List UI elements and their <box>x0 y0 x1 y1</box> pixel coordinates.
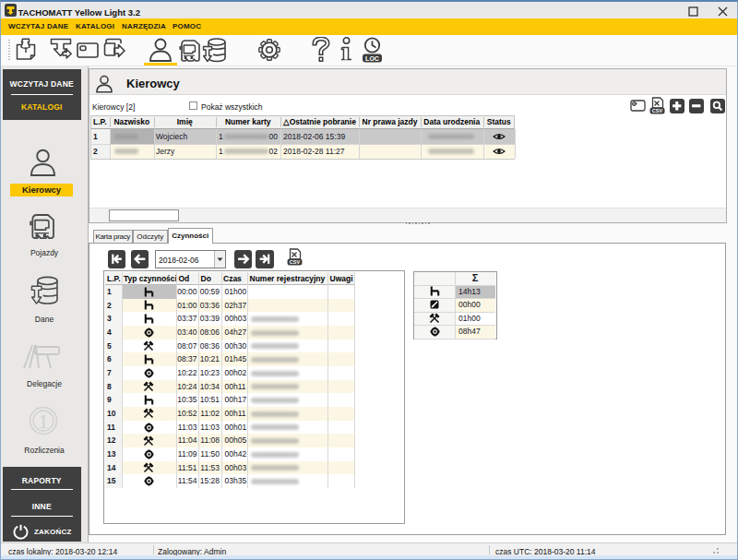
svg-text:LOC: LOC <box>365 55 379 62</box>
svg-text:1: 1 <box>39 410 49 433</box>
svg-text:CSV: CSV <box>289 259 300 265</box>
svg-text:CSV: CSV <box>652 108 663 113</box>
